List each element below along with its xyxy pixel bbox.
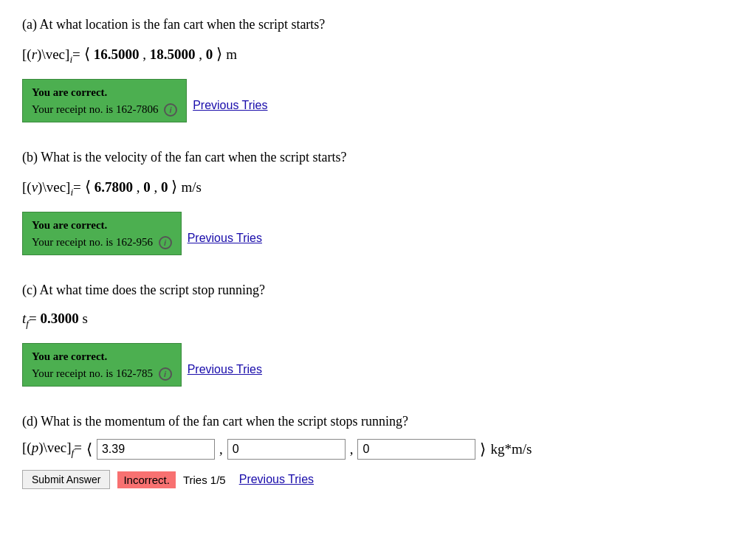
input-d-z[interactable]: [357, 439, 475, 460]
question-d: (d) What is the momentum of the fan cart…: [22, 412, 734, 432]
correct-feedback-a: You are correct. Your receipt no. is 162…: [22, 79, 187, 122]
submit-button-d[interactable]: Submit Answer: [22, 470, 110, 489]
value-c: 0.3000: [40, 311, 78, 326]
incorrect-badge-d: Incorrect.: [117, 471, 176, 488]
value-b-z: 0: [161, 179, 168, 195]
unit-b: m/s: [182, 179, 202, 195]
question-b: (b) What is the velocity of the fan cart…: [22, 148, 734, 167]
answer-prefix-b: [(v)\vec]i=: [22, 179, 85, 195]
receipt-c: Your receipt no. is 162-785 i: [32, 365, 172, 382]
input-d-y[interactable]: [227, 439, 346, 460]
value-a-y: 18.5000: [150, 46, 196, 62]
help-icon-c[interactable]: i: [159, 367, 172, 381]
unit-c: s: [82, 311, 87, 326]
correct-feedback-b: You are correct. Your receipt no. is 162…: [22, 212, 182, 255]
question-c: (c) At what time does the script stop ru…: [22, 280, 734, 300]
receipt-a: Your receipt no. is 162-7806 i: [32, 101, 177, 118]
submit-row-d: Submit Answer Incorrect. Tries 1/5 Previ…: [22, 470, 734, 489]
answer-c: tf= 0.3000 s: [22, 308, 734, 331]
value-a-x: 16.5000: [94, 46, 140, 62]
answer-b: [(v)\vec]i= ⟨ 6.7800 , 0 , 0 ⟩ m/s: [22, 175, 734, 200]
prev-tries-link-c[interactable]: Previous Tries: [188, 363, 262, 376]
answer-prefix-c: tf=: [22, 311, 40, 326]
value-b-y: 0: [143, 179, 151, 195]
prev-tries-link-b[interactable]: Previous Tries: [188, 232, 262, 245]
correct-title-b: You are correct.: [32, 217, 172, 234]
input-d-x[interactable]: [97, 439, 215, 460]
correct-feedback-c: You are correct. Your receipt no. is 162…: [22, 343, 182, 387]
answer-a: [(r)\vec]i= ⟨ 16.5000 , 18.5000 , 0 ⟩ m: [22, 42, 734, 67]
help-icon-b[interactable]: i: [159, 236, 172, 249]
answer-d: [(p)\vec]f= ⟨ , , ⟩ kg*m/s: [22, 439, 734, 460]
correct-box-a: You are correct. Your receipt no. is 162…: [22, 76, 734, 134]
correct-box-c: You are correct. Your receipt no. is 162…: [22, 340, 734, 398]
unit-d: kg*m/s: [490, 441, 532, 457]
correct-title-a: You are correct.: [32, 84, 177, 101]
correct-title-c: You are correct.: [32, 348, 172, 365]
value-a-z: 0: [206, 46, 213, 62]
question-a: (a) At what location is the fan cart whe…: [22, 15, 734, 35]
prev-tries-link-a[interactable]: Previous Tries: [193, 99, 267, 112]
unit-a: m: [226, 46, 237, 62]
help-icon-a[interactable]: i: [164, 103, 177, 117]
answer-prefix-a: [(r)\vec]i=: [22, 46, 84, 62]
answer-prefix-d: [(p)\vec]f=: [22, 440, 82, 459]
correct-box-b: You are correct. Your receipt no. is 162…: [22, 209, 734, 267]
value-b-x: 6.7800: [94, 179, 133, 195]
receipt-b: Your receipt no. is 162-956 i: [32, 234, 172, 251]
tries-text-d: Tries 1/5: [183, 474, 226, 486]
prev-tries-link-d[interactable]: Previous Tries: [239, 473, 314, 486]
